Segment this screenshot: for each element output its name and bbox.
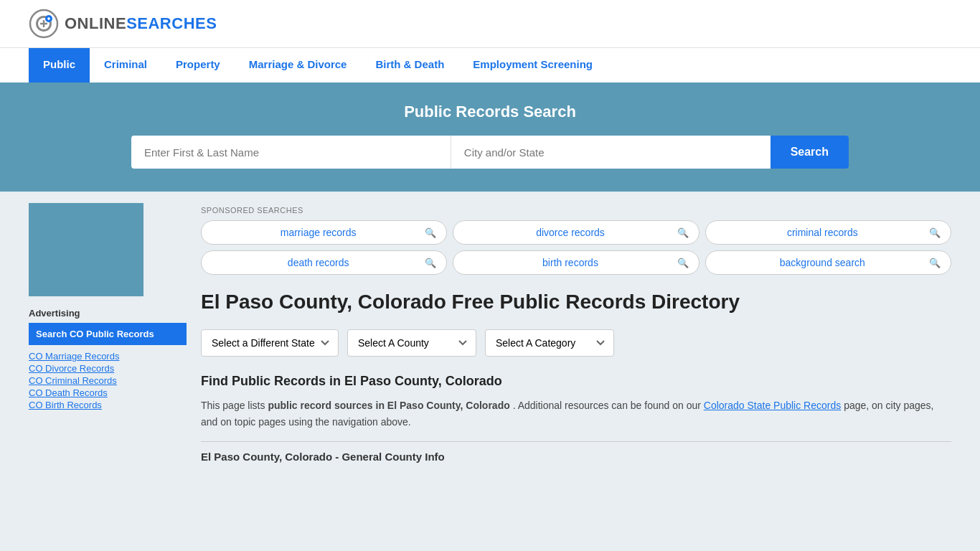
nav-birth-death[interactable]: Birth & Death — [361, 48, 458, 83]
find-text: This page lists public record sources in… — [201, 397, 951, 430]
nav-public[interactable]: Public — [29, 48, 90, 83]
find-text-2: . Additional resources can be found on o… — [513, 400, 704, 411]
ad-link-criminal[interactable]: CO Criminal Records — [29, 375, 187, 386]
state-dropdown[interactable]: Select a Different State — [201, 329, 339, 357]
find-text-1: This page lists — [201, 400, 268, 411]
nav-property[interactable]: Property — [161, 48, 235, 83]
ad-links: CO Marriage Records CO Divorce Records C… — [29, 351, 187, 410]
sponsored-pill-death[interactable]: death records 🔍 — [201, 250, 447, 275]
ad-section: Advertising Search CO Public Records CO … — [29, 308, 187, 410]
directory-heading: El Paso County, Colorado Free Public Rec… — [201, 289, 951, 315]
section-divider — [201, 441, 951, 442]
ad-link-birth[interactable]: CO Birth Records — [29, 400, 187, 410]
sponsored-pill-marriage[interactable]: marriage records 🔍 — [201, 220, 447, 245]
search-icon-death: 🔍 — [425, 258, 436, 268]
logo: ONLINESEARCHES — [29, 9, 217, 39]
search-icon-divorce: 🔍 — [677, 227, 689, 238]
hero-section: Public Records Search Search — [0, 83, 980, 192]
dropdown-row: Select a Different State Select A County… — [201, 329, 951, 357]
ad-label: Advertising — [29, 308, 187, 319]
content-wrapper: Advertising Search CO Public Records CO … — [0, 192, 980, 474]
sponsored-pill-death-text: death records — [212, 257, 425, 268]
sponsored-label: SPONSORED SEARCHES — [201, 203, 951, 215]
county-dropdown[interactable]: Select A County — [347, 329, 476, 357]
main-content: SPONSORED SEARCHES marriage records 🔍 di… — [201, 203, 951, 463]
name-input[interactable] — [131, 136, 451, 169]
ad-link-death[interactable]: CO Death Records — [29, 387, 187, 398]
search-button[interactable]: Search — [771, 136, 849, 169]
sponsored-pill-birth[interactable]: birth records 🔍 — [453, 250, 699, 275]
find-link[interactable]: Colorado State Public Records — [704, 400, 841, 411]
sponsored-pill-divorce[interactable]: divorce records 🔍 — [453, 220, 699, 245]
ad-link-marriage[interactable]: CO Marriage Records — [29, 351, 187, 362]
sponsored-pill-background[interactable]: background search 🔍 — [705, 250, 951, 275]
sponsored-grid: marriage records 🔍 divorce records 🔍 cri… — [201, 220, 951, 275]
sponsored-pill-criminal[interactable]: criminal records 🔍 — [705, 220, 951, 245]
nav-criminal[interactable]: Criminal — [90, 48, 161, 83]
main-nav: Public Criminal Property Marriage & Divo… — [0, 47, 980, 83]
find-text-bold: public record sources in El Paso County,… — [268, 400, 509, 411]
ad-link-divorce[interactable]: CO Divorce Records — [29, 363, 187, 374]
search-icon-criminal: 🔍 — [929, 227, 941, 238]
header: ONLINESEARCHES — [0, 0, 980, 47]
logo-icon — [29, 9, 59, 39]
nav-employment[interactable]: Employment Screening — [458, 48, 607, 83]
search-bar: Search — [131, 136, 849, 169]
ad-main-link[interactable]: Search CO Public Records — [29, 323, 187, 345]
logo-text: ONLINESEARCHES — [65, 14, 217, 33]
sponsored-pill-marriage-text: marriage records — [212, 227, 425, 238]
general-info-heading: El Paso County, Colorado - General Count… — [201, 451, 951, 463]
sponsored-pill-birth-text: birth records — [463, 257, 677, 268]
sponsored-pill-criminal-text: criminal records — [716, 227, 929, 238]
sponsored-pill-divorce-text: divorce records — [463, 227, 677, 238]
search-icon-background: 🔍 — [929, 258, 941, 268]
nav-marriage-divorce[interactable]: Marriage & Divorce — [235, 48, 362, 83]
search-icon-marriage: 🔍 — [425, 227, 436, 238]
hero-title: Public Records Search — [29, 103, 951, 121]
city-input[interactable] — [451, 136, 771, 169]
find-heading: Find Public Records in El Paso County, C… — [201, 374, 951, 389]
state-image — [29, 203, 143, 296]
sponsored-pill-background-text: background search — [716, 257, 929, 268]
sidebar: Advertising Search CO Public Records CO … — [29, 203, 187, 463]
category-dropdown[interactable]: Select A Category — [485, 329, 614, 357]
search-icon-birth: 🔍 — [677, 258, 689, 268]
